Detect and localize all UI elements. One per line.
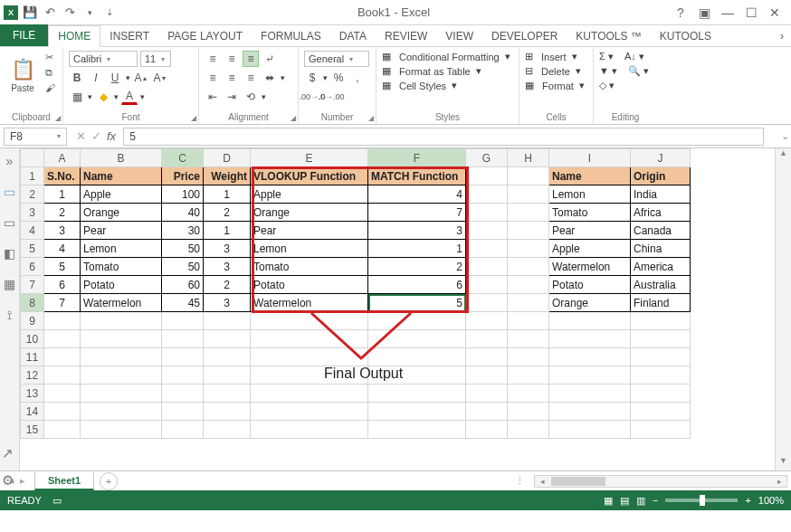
cell-F8[interactable]: 5: [368, 294, 466, 312]
cell-D14[interactable]: [204, 403, 251, 421]
col-header-B[interactable]: B: [81, 149, 162, 167]
cell-J11[interactable]: [631, 348, 691, 366]
cell-B9[interactable]: [81, 312, 162, 330]
cell-D3[interactable]: 2: [204, 204, 251, 222]
cell-H11[interactable]: [508, 348, 549, 366]
cell-F1[interactable]: MATCH Function: [368, 167, 466, 185]
cell-H7[interactable]: [508, 276, 549, 294]
cell-I3[interactable]: Tomato: [549, 204, 631, 222]
col-header-A[interactable]: A: [44, 149, 81, 167]
align-middle-icon[interactable]: ≡: [224, 51, 240, 67]
cell-I12[interactable]: [549, 366, 631, 385]
qat-overflow-icon[interactable]: ⇣: [101, 5, 118, 21]
cell-D15[interactable]: [204, 421, 251, 439]
cell-G12[interactable]: [466, 366, 508, 385]
cell-E9[interactable]: [251, 312, 368, 330]
cell-F14[interactable]: [368, 403, 466, 421]
cell-D6[interactable]: 3: [204, 258, 251, 276]
cell-D7[interactable]: 2: [204, 276, 251, 294]
cell-I6[interactable]: Watermelon: [549, 258, 631, 276]
merge-center-icon[interactable]: ⬌: [262, 70, 278, 86]
cell-F4[interactable]: 3: [368, 222, 466, 240]
undo-icon[interactable]: ↶: [42, 5, 58, 21]
font-color-icon[interactable]: A: [121, 89, 138, 105]
format-cells-button[interactable]: ▦ Format ▾: [525, 80, 585, 91]
redo-icon[interactable]: ↷: [62, 5, 78, 21]
cell-E8[interactable]: Watermelon: [251, 294, 368, 312]
col-header-I[interactable]: I: [549, 149, 631, 167]
cell-G13[interactable]: [466, 385, 508, 403]
scroll-up-icon[interactable]: ▲: [776, 148, 791, 163]
cell-G6[interactable]: [466, 258, 508, 276]
cell-C11[interactable]: [162, 348, 204, 366]
cell-I11[interactable]: [549, 348, 631, 366]
cell-C3[interactable]: 40: [162, 204, 204, 222]
cell-C6[interactable]: 50: [162, 258, 204, 276]
pane-icon-5[interactable]: ⟟: [7, 308, 12, 323]
tab-insert[interactable]: INSERT: [100, 26, 158, 46]
cell-E3[interactable]: Orange: [251, 204, 368, 222]
add-sheet-button[interactable]: +: [100, 472, 118, 490]
cell-J12[interactable]: [631, 366, 691, 385]
cell-J14[interactable]: [631, 403, 691, 421]
cell-B1[interactable]: Name: [81, 167, 162, 185]
tab-formulas[interactable]: FORMULAS: [252, 26, 330, 46]
cancel-formula-icon[interactable]: ✕: [76, 129, 86, 143]
font-name-select[interactable]: Calibri: [69, 51, 138, 67]
cell-H10[interactable]: [508, 330, 549, 348]
zoom-out-icon[interactable]: −: [653, 495, 658, 506]
cell-B11[interactable]: [81, 348, 162, 366]
cell-G10[interactable]: [466, 330, 508, 348]
cell-F13[interactable]: [368, 385, 466, 403]
number-format-select[interactable]: General: [304, 51, 369, 67]
cell-H13[interactable]: [508, 385, 549, 403]
cell-C7[interactable]: 60: [162, 276, 204, 294]
row-header-10[interactable]: 10: [21, 330, 44, 348]
decrease-indent-icon[interactable]: ⇤: [205, 89, 221, 105]
cell-J9[interactable]: [631, 312, 691, 330]
cell-J2[interactable]: India: [631, 185, 691, 204]
copy-icon[interactable]: ⧉: [43, 66, 57, 80]
cell-B2[interactable]: Apple: [81, 185, 162, 204]
cell-D12[interactable]: [204, 366, 251, 385]
tab-review[interactable]: REVIEW: [376, 26, 436, 46]
cell-D13[interactable]: [204, 385, 251, 403]
italic-button[interactable]: I: [88, 70, 104, 86]
wrap-text-icon[interactable]: ⤶: [262, 51, 278, 67]
scroll-down-icon[interactable]: ▼: [776, 456, 791, 470]
cell-J5[interactable]: China: [631, 240, 691, 258]
borders-icon[interactable]: ▦: [69, 89, 85, 105]
row-header-15[interactable]: 15: [21, 421, 44, 439]
tab-overflow-icon[interactable]: ›: [771, 26, 791, 46]
cell-H9[interactable]: [508, 312, 549, 330]
tab-kutoolstm[interactable]: KUTOOLS ™: [567, 26, 650, 46]
align-left-icon[interactable]: ≡: [205, 70, 221, 86]
cell-E2[interactable]: Apple: [251, 185, 368, 204]
conditional-formatting-button[interactable]: ▦ Conditional Formatting ▾: [382, 51, 510, 62]
format-painter-icon[interactable]: 🖌: [43, 81, 57, 94]
cell-G8[interactable]: [466, 294, 508, 312]
fill-color-icon[interactable]: ◆: [95, 89, 111, 105]
tab-view[interactable]: VIEW: [436, 26, 482, 46]
cell-F11[interactable]: [368, 348, 466, 366]
cell-J13[interactable]: [631, 385, 691, 403]
cell-D10[interactable]: [204, 330, 251, 348]
cell-D1[interactable]: Weight: [204, 167, 251, 185]
cell-G5[interactable]: [466, 240, 508, 258]
cell-C2[interactable]: 100: [162, 185, 204, 204]
cell-F2[interactable]: 4: [368, 185, 466, 204]
expand-pane-icon[interactable]: »: [6, 154, 14, 168]
cell-C12[interactable]: [162, 366, 204, 385]
zoom-slider[interactable]: [665, 499, 738, 502]
row-header-14[interactable]: 14: [21, 403, 44, 421]
macro-record-icon[interactable]: ▭: [52, 495, 62, 507]
cell-C10[interactable]: [162, 330, 204, 348]
cell-E13[interactable]: [251, 385, 368, 403]
align-center-icon[interactable]: ≡: [224, 70, 240, 86]
cell-J15[interactable]: [631, 421, 691, 439]
cell-B4[interactable]: Pear: [81, 222, 162, 240]
delete-cells-button[interactable]: ⊟ Delete ▾: [525, 65, 581, 77]
col-header-G[interactable]: G: [466, 149, 508, 167]
ribbon-options-icon[interactable]: ▣: [693, 5, 715, 20]
cell-I7[interactable]: Potato: [549, 276, 631, 294]
